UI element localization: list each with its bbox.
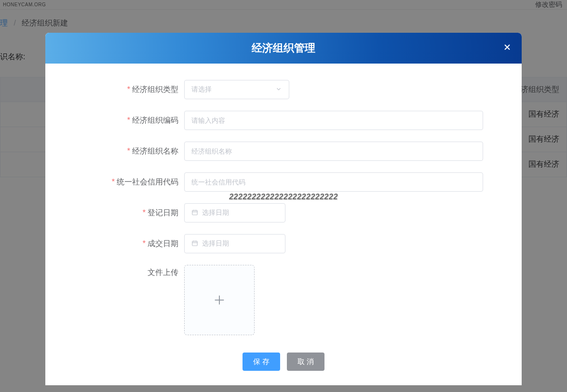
org-code-input[interactable]: [184, 111, 483, 130]
modal-overlay: 经济组织管理 *经济组织类型 请选择: [0, 0, 567, 392]
label-reg-date: *登记日期: [60, 208, 184, 218]
reg-date-picker[interactable]: 选择日期: [184, 203, 285, 222]
control-social-code: [184, 172, 507, 192]
date-placeholder: 选择日期: [202, 209, 229, 217]
form-row-org-type: *经济组织类型 请选择: [60, 80, 507, 99]
org-type-select[interactable]: 请选择: [184, 80, 289, 99]
modal-title: 经济组织管理: [252, 41, 315, 55]
form-row-org-code: *经济组织编码: [60, 111, 507, 130]
modal-dialog: 经济组织管理 *经济组织类型 请选择: [45, 33, 522, 385]
modal-footer: 保 存 取 消: [60, 353, 507, 371]
control-org-type: 请选择: [184, 80, 507, 99]
close-icon: [502, 42, 512, 52]
required-mark: *: [112, 178, 115, 186]
required-mark: *: [143, 209, 146, 217]
save-button[interactable]: 保 存: [243, 353, 280, 371]
label-org-code: *经济组织编码: [60, 116, 184, 126]
plus-icon: [213, 293, 226, 307]
modal-body: *经济组织类型 请选择 *经济组织编码: [45, 64, 522, 385]
date-placeholder: 选择日期: [202, 239, 229, 248]
form-row-upload: 文件上传: [60, 265, 507, 335]
form-row-reg-date: *登记日期 选择日期: [60, 203, 507, 222]
calendar-icon: [191, 240, 198, 248]
label-org-name: *经济组织名称: [60, 146, 184, 157]
control-reg-date: 选择日期: [184, 203, 507, 222]
deal-date-picker[interactable]: 选择日期: [184, 234, 285, 253]
required-mark: *: [127, 147, 130, 155]
close-button[interactable]: [502, 42, 512, 54]
label-social-code: *统一社会信用代码: [60, 177, 184, 187]
cancel-button[interactable]: 取 消: [287, 353, 324, 371]
control-deal-date: 选择日期: [184, 234, 507, 253]
control-org-code: [184, 111, 507, 130]
required-mark: *: [127, 116, 130, 124]
social-code-input[interactable]: [184, 172, 483, 192]
label-org-type: *经济组织类型: [60, 85, 184, 95]
form-row-deal-date: *成交日期 选择日期: [60, 234, 507, 253]
required-mark: *: [127, 85, 130, 93]
chevron-down-icon: [275, 86, 282, 94]
form-row-social-code: *统一社会信用代码: [60, 172, 507, 192]
required-mark: *: [143, 239, 146, 248]
control-org-name: [184, 142, 507, 161]
label-deal-date: *成交日期: [60, 239, 184, 249]
svg-rect-1: [192, 241, 198, 245]
control-upload: [184, 265, 507, 335]
form-row-org-name: *经济组织名称: [60, 142, 507, 161]
label-upload: 文件上传: [60, 268, 184, 278]
select-placeholder: 请选择: [191, 85, 212, 94]
svg-rect-0: [192, 210, 198, 214]
org-name-input[interactable]: [184, 142, 483, 161]
modal-header: 经济组织管理: [45, 33, 522, 64]
upload-dropzone[interactable]: [184, 265, 255, 335]
calendar-icon: [191, 209, 198, 217]
